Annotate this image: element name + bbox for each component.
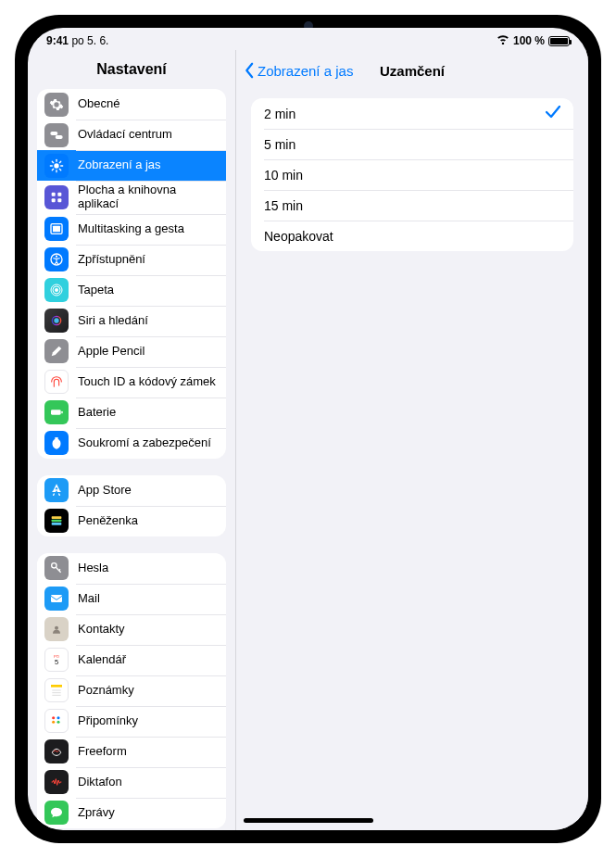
svg-point-36 (52, 717, 55, 720)
sidebar-item-label: Multitasking a gesta (78, 222, 184, 236)
sidebar-item-label: Zobrazení a jas (78, 158, 161, 172)
wifi-icon (497, 34, 509, 47)
rem-icon (44, 709, 69, 733)
sidebar-item-multi[interactable]: Multitasking a gesta (37, 214, 226, 245)
autolock-option[interactable]: 15 min (251, 190, 573, 221)
svg-point-17 (55, 288, 58, 292)
sidebar-item-cal[interactable]: PO5Kalendář (37, 645, 226, 675)
navbar: Zobrazení a jas Uzamčení (236, 50, 588, 91)
sidebar-item-pencil[interactable]: Apple Pencil (37, 336, 226, 367)
autolock-option[interactable]: 2 min (251, 98, 573, 129)
svg-rect-32 (51, 685, 62, 688)
svg-rect-14 (53, 226, 60, 233)
svg-line-8 (59, 161, 60, 162)
svg-point-16 (56, 256, 57, 258)
battery-icon (548, 36, 570, 46)
sidebar-scroll[interactable]: ObecnéOvládací centrumZobrazení a jasPlo… (28, 89, 235, 830)
mail-icon (44, 587, 69, 611)
cal-icon: PO5 (44, 648, 69, 672)
svg-point-39 (57, 721, 59, 724)
sidebar-item-notes[interactable]: Poznámky (37, 675, 226, 706)
svg-point-27 (52, 563, 57, 568)
svg-point-21 (54, 319, 58, 323)
ipad-frame: 9:41 po 5. 6. 100 % Nastavení ObecnéOvlá… (15, 15, 601, 843)
battery-text: 100 % (513, 34, 545, 47)
access-icon (44, 247, 69, 271)
sidebar-item-label: Diktafon (78, 776, 122, 789)
sidebar-item-control[interactable]: Ovládací centrum (37, 120, 226, 150)
pencil-icon (44, 339, 69, 363)
privacy-icon (44, 431, 69, 455)
status-time: 9:41 (46, 34, 69, 47)
sidebar-item-mail[interactable]: Mail (37, 584, 226, 614)
home-indicator[interactable] (244, 818, 373, 823)
msg-icon (44, 801, 69, 825)
svg-rect-9 (52, 193, 56, 196)
dik-icon (44, 770, 69, 794)
sidebar-item-battery[interactable]: Baterie (37, 397, 226, 428)
back-button[interactable]: Zobrazení a jas (236, 62, 353, 79)
sidebar-item-general[interactable]: Obecné (37, 89, 226, 120)
chevron-left-icon (244, 62, 255, 79)
autolock-option[interactable]: Neopakovat (251, 221, 573, 251)
sidebar-item-label: Touch ID a kódový zámek (78, 375, 216, 389)
sidebar-item-msg[interactable]: Zprávy (37, 798, 226, 828)
sidebar-item-access[interactable]: Zpřístupnění (37, 245, 226, 275)
sidebar-item-label: Tapeta (78, 284, 114, 297)
home-icon (44, 185, 69, 209)
sidebar-item-label: App Store (78, 484, 132, 498)
sidebar-item-dik[interactable]: Diktafon (37, 767, 226, 798)
multi-icon (44, 217, 69, 241)
svg-rect-12 (57, 198, 61, 202)
option-label: 10 min (264, 168, 303, 183)
sidebar-item-label: Hesla (78, 561, 108, 575)
svg-point-37 (52, 721, 55, 724)
sidebar-item-free[interactable]: Freeform (37, 737, 226, 767)
sidebar-item-display[interactable]: Zobrazení a jas (37, 150, 226, 181)
sidebar-item-privacy[interactable]: Soukromí a zabezpečení (37, 428, 226, 459)
autolock-option[interactable]: 5 min (251, 129, 573, 159)
svg-rect-26 (52, 523, 62, 525)
sidebar-item-wall[interactable]: Tapeta (37, 275, 226, 306)
sidebar-item-contacts[interactable]: Kontakty (37, 614, 226, 645)
touch-icon (44, 370, 69, 394)
sidebar-item-label: Apple Pencil (78, 345, 145, 359)
sidebar-group: HeslaMailKontaktyPO5KalendářPoznámkyPřip… (37, 553, 226, 828)
sidebar-item-pwd[interactable]: Hesla (37, 553, 226, 584)
sidebar-item-home[interactable]: Plocha a knihovna aplikací (37, 181, 226, 214)
svg-line-6 (59, 169, 60, 170)
sidebar-item-siri[interactable]: Siri a hledání (37, 306, 226, 336)
sidebar-item-label: Peněženka (78, 514, 138, 528)
control-icon (44, 123, 69, 147)
svg-rect-22 (51, 410, 61, 415)
option-label: Neopakovat (264, 229, 333, 244)
sidebar-group: App StorePeněženka (37, 475, 226, 536)
svg-rect-10 (57, 193, 61, 196)
wallet-icon (44, 509, 69, 533)
sidebar-item-touch[interactable]: Touch ID a kódový zámek (37, 367, 226, 397)
autolock-option[interactable]: 10 min (251, 159, 573, 190)
svg-point-0 (54, 163, 58, 168)
sidebar-item-label: Soukromí a zabezpečení (78, 436, 211, 450)
pwd-icon (44, 556, 69, 580)
display-icon (44, 154, 69, 178)
check-icon (546, 106, 560, 122)
sidebar-item-label: Siri a hledání (78, 314, 148, 328)
sidebar-item-wallet[interactable]: Peněženka (37, 506, 226, 536)
status-bar: 9:41 po 5. 6. 100 % (28, 28, 588, 50)
options-list: 2 min5 min10 min15 minNeopakovat (251, 98, 573, 251)
wall-icon (44, 278, 69, 302)
contacts-icon (44, 617, 69, 641)
sidebar-item-rem[interactable]: Připomínky (37, 706, 226, 737)
svg-rect-28 (51, 595, 62, 602)
sidebar-item-store[interactable]: App Store (37, 475, 226, 506)
svg-line-5 (52, 161, 53, 162)
sidebar-item-label: Obecné (78, 97, 120, 111)
status-right: 100 % (497, 34, 570, 47)
siri-icon (44, 309, 69, 333)
notes-icon (44, 678, 69, 702)
sidebar-item-label: Připomínky (78, 714, 138, 728)
sidebar-item-label: Kalendář (78, 653, 126, 667)
sidebar-item-label: Mail (78, 592, 100, 606)
sidebar-item-label: Zpřístupnění (78, 253, 145, 267)
